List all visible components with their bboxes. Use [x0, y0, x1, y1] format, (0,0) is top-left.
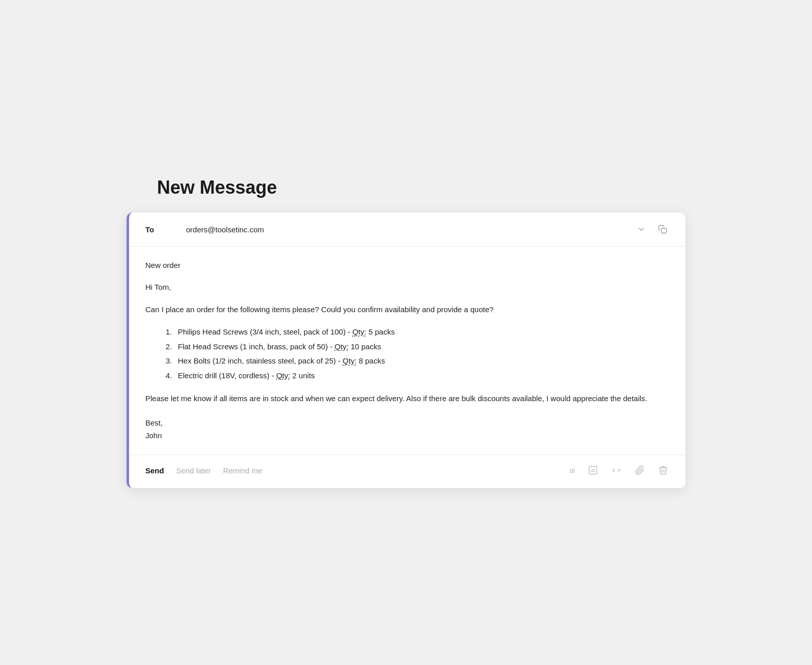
send-button[interactable]: Send — [145, 464, 164, 477]
svg-rect-0 — [662, 228, 667, 233]
closing-text: Please let me know if all items are in s… — [145, 392, 669, 405]
intro-text: Can I place an order for the following i… — [145, 303, 669, 316]
svg-rect-1 — [589, 467, 597, 474]
page-title: New Message — [127, 177, 685, 198]
compose-window: To orders@toolsetinc.com New order — [127, 213, 685, 488]
email-content[interactable]: Hi Tom, Can I place an order for the fol… — [145, 281, 669, 442]
list-item: 4. Electric drill (18V, cordless) - Qty:… — [166, 369, 669, 383]
copy-button[interactable] — [656, 224, 669, 235]
sender-name: John — [145, 429, 669, 442]
order-list: 1. Philips Head Screws (3/4 inch, steel,… — [145, 325, 669, 383]
ai-label: ai — [570, 466, 575, 474]
remind-me-button[interactable]: Remind me — [223, 464, 262, 477]
toolbar: Send Send later Remind me ai — [129, 455, 685, 488]
delete-button[interactable] — [657, 464, 669, 476]
list-item: 1. Philips Head Screws (3/4 inch, steel,… — [166, 325, 669, 340]
to-email-address[interactable]: orders@toolsetinc.com — [186, 225, 635, 234]
toolbar-icons: ai — [569, 464, 669, 476]
compose-body[interactable]: New order Hi Tom, Can I place an order f… — [129, 247, 685, 455]
ai-button[interactable]: ai — [569, 465, 576, 475]
list-item: 3. Hex Bolts (1/2 inch, stainless steel,… — [166, 354, 669, 369]
code-button[interactable] — [610, 464, 622, 476]
greeting: Hi Tom, — [145, 281, 669, 294]
attach-button[interactable] — [634, 464, 646, 476]
send-later-button[interactable]: Send later — [176, 464, 211, 477]
to-label: To — [145, 225, 186, 234]
list-item: 2. Flat Head Screws (1 inch, brass, pack… — [166, 340, 669, 354]
to-actions — [635, 224, 669, 235]
signature: Best, John — [145, 416, 669, 442]
to-row: To orders@toolsetinc.com — [129, 213, 685, 247]
expand-recipients-button[interactable] — [635, 224, 648, 235]
format-button[interactable] — [587, 464, 599, 476]
subject-line[interactable]: New order — [145, 261, 669, 269]
sign-off: Best, — [145, 416, 669, 430]
